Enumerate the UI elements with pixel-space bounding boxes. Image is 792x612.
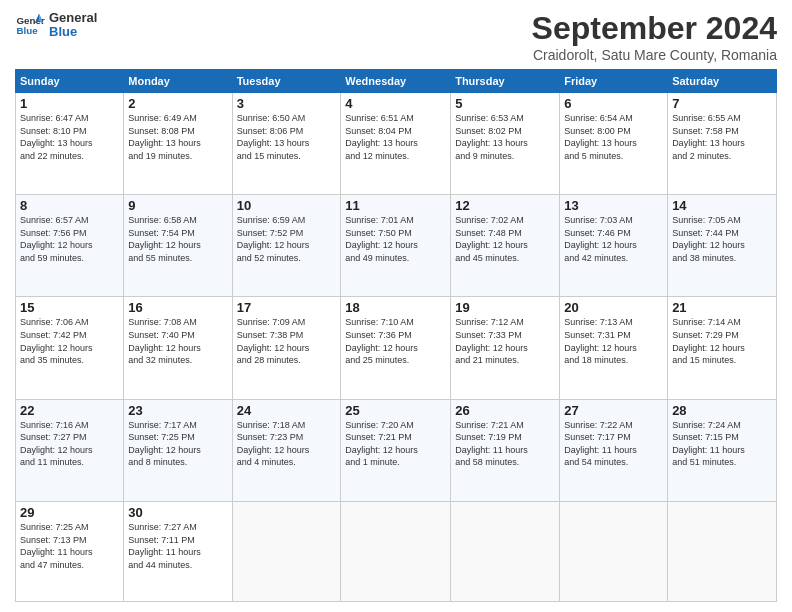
day-info: Sunrise: 7:27 AM Sunset: 7:11 PM Dayligh…	[128, 521, 227, 571]
day-info: Sunrise: 6:55 AM Sunset: 7:58 PM Dayligh…	[672, 112, 772, 162]
day-info: Sunrise: 7:18 AM Sunset: 7:23 PM Dayligh…	[237, 419, 337, 469]
day-number: 1	[20, 96, 119, 111]
day-info: Sunrise: 6:47 AM Sunset: 8:10 PM Dayligh…	[20, 112, 119, 162]
day-info: Sunrise: 6:50 AM Sunset: 8:06 PM Dayligh…	[237, 112, 337, 162]
day-number: 15	[20, 300, 119, 315]
day-info: Sunrise: 7:10 AM Sunset: 7:36 PM Dayligh…	[345, 316, 446, 366]
calendar-table: SundayMondayTuesdayWednesdayThursdayFrid…	[15, 69, 777, 602]
calendar-cell: 30Sunrise: 7:27 AM Sunset: 7:11 PM Dayli…	[124, 501, 232, 601]
calendar-cell: 22Sunrise: 7:16 AM Sunset: 7:27 PM Dayli…	[16, 399, 124, 501]
day-info: Sunrise: 7:16 AM Sunset: 7:27 PM Dayligh…	[20, 419, 119, 469]
calendar-cell: 20Sunrise: 7:13 AM Sunset: 7:31 PM Dayli…	[560, 297, 668, 399]
day-info: Sunrise: 7:01 AM Sunset: 7:50 PM Dayligh…	[345, 214, 446, 264]
calendar-cell: 27Sunrise: 7:22 AM Sunset: 7:17 PM Dayli…	[560, 399, 668, 501]
day-number: 3	[237, 96, 337, 111]
day-number: 10	[237, 198, 337, 213]
calendar-header-row: SundayMondayTuesdayWednesdayThursdayFrid…	[16, 70, 777, 93]
day-number: 9	[128, 198, 227, 213]
logo-blue: Blue	[49, 25, 97, 39]
day-number: 12	[455, 198, 555, 213]
title-block: September 2024 Craidorolt, Satu Mare Cou…	[532, 10, 777, 63]
svg-text:Blue: Blue	[17, 25, 39, 36]
calendar-cell: 24Sunrise: 7:18 AM Sunset: 7:23 PM Dayli…	[232, 399, 341, 501]
calendar-cell: 19Sunrise: 7:12 AM Sunset: 7:33 PM Dayli…	[451, 297, 560, 399]
day-info: Sunrise: 6:53 AM Sunset: 8:02 PM Dayligh…	[455, 112, 555, 162]
logo: General Blue General Blue	[15, 10, 97, 40]
calendar-cell: 10Sunrise: 6:59 AM Sunset: 7:52 PM Dayli…	[232, 195, 341, 297]
day-info: Sunrise: 6:58 AM Sunset: 7:54 PM Dayligh…	[128, 214, 227, 264]
day-number: 19	[455, 300, 555, 315]
page: General Blue General Blue September 2024…	[0, 0, 792, 612]
calendar-cell: 9Sunrise: 6:58 AM Sunset: 7:54 PM Daylig…	[124, 195, 232, 297]
header: General Blue General Blue September 2024…	[15, 10, 777, 63]
calendar-header-wednesday: Wednesday	[341, 70, 451, 93]
calendar-header-saturday: Saturday	[668, 70, 777, 93]
calendar-cell: 6Sunrise: 6:54 AM Sunset: 8:00 PM Daylig…	[560, 93, 668, 195]
day-info: Sunrise: 6:54 AM Sunset: 8:00 PM Dayligh…	[564, 112, 663, 162]
day-number: 17	[237, 300, 337, 315]
day-info: Sunrise: 7:14 AM Sunset: 7:29 PM Dayligh…	[672, 316, 772, 366]
calendar-header-friday: Friday	[560, 70, 668, 93]
day-number: 25	[345, 403, 446, 418]
location-subtitle: Craidorolt, Satu Mare County, Romania	[532, 47, 777, 63]
calendar-cell: 2Sunrise: 6:49 AM Sunset: 8:08 PM Daylig…	[124, 93, 232, 195]
calendar-cell: 16Sunrise: 7:08 AM Sunset: 7:40 PM Dayli…	[124, 297, 232, 399]
day-info: Sunrise: 7:03 AM Sunset: 7:46 PM Dayligh…	[564, 214, 663, 264]
calendar-cell: 13Sunrise: 7:03 AM Sunset: 7:46 PM Dayli…	[560, 195, 668, 297]
calendar-cell	[451, 501, 560, 601]
calendar-cell	[341, 501, 451, 601]
day-number: 2	[128, 96, 227, 111]
logo-icon: General Blue	[15, 10, 45, 40]
day-info: Sunrise: 6:57 AM Sunset: 7:56 PM Dayligh…	[20, 214, 119, 264]
calendar-cell	[668, 501, 777, 601]
day-info: Sunrise: 6:51 AM Sunset: 8:04 PM Dayligh…	[345, 112, 446, 162]
calendar-cell: 14Sunrise: 7:05 AM Sunset: 7:44 PM Dayli…	[668, 195, 777, 297]
day-number: 22	[20, 403, 119, 418]
day-info: Sunrise: 6:59 AM Sunset: 7:52 PM Dayligh…	[237, 214, 337, 264]
calendar-cell: 21Sunrise: 7:14 AM Sunset: 7:29 PM Dayli…	[668, 297, 777, 399]
calendar-cell: 17Sunrise: 7:09 AM Sunset: 7:38 PM Dayli…	[232, 297, 341, 399]
day-info: Sunrise: 7:25 AM Sunset: 7:13 PM Dayligh…	[20, 521, 119, 571]
day-info: Sunrise: 7:05 AM Sunset: 7:44 PM Dayligh…	[672, 214, 772, 264]
day-info: Sunrise: 7:21 AM Sunset: 7:19 PM Dayligh…	[455, 419, 555, 469]
calendar-cell: 12Sunrise: 7:02 AM Sunset: 7:48 PM Dayli…	[451, 195, 560, 297]
day-number: 23	[128, 403, 227, 418]
calendar-cell: 11Sunrise: 7:01 AM Sunset: 7:50 PM Dayli…	[341, 195, 451, 297]
day-number: 6	[564, 96, 663, 111]
calendar-cell: 23Sunrise: 7:17 AM Sunset: 7:25 PM Dayli…	[124, 399, 232, 501]
day-number: 20	[564, 300, 663, 315]
calendar-cell: 25Sunrise: 7:20 AM Sunset: 7:21 PM Dayli…	[341, 399, 451, 501]
day-number: 26	[455, 403, 555, 418]
calendar-cell: 5Sunrise: 6:53 AM Sunset: 8:02 PM Daylig…	[451, 93, 560, 195]
calendar-cell: 28Sunrise: 7:24 AM Sunset: 7:15 PM Dayli…	[668, 399, 777, 501]
calendar-cell: 7Sunrise: 6:55 AM Sunset: 7:58 PM Daylig…	[668, 93, 777, 195]
day-number: 18	[345, 300, 446, 315]
day-info: Sunrise: 7:09 AM Sunset: 7:38 PM Dayligh…	[237, 316, 337, 366]
day-info: Sunrise: 7:22 AM Sunset: 7:17 PM Dayligh…	[564, 419, 663, 469]
calendar-cell: 4Sunrise: 6:51 AM Sunset: 8:04 PM Daylig…	[341, 93, 451, 195]
calendar-header-thursday: Thursday	[451, 70, 560, 93]
day-info: Sunrise: 7:24 AM Sunset: 7:15 PM Dayligh…	[672, 419, 772, 469]
day-number: 24	[237, 403, 337, 418]
day-info: Sunrise: 7:17 AM Sunset: 7:25 PM Dayligh…	[128, 419, 227, 469]
calendar-header-sunday: Sunday	[16, 70, 124, 93]
day-info: Sunrise: 7:12 AM Sunset: 7:33 PM Dayligh…	[455, 316, 555, 366]
calendar-header-tuesday: Tuesday	[232, 70, 341, 93]
calendar-cell	[232, 501, 341, 601]
month-title: September 2024	[532, 10, 777, 47]
day-number: 28	[672, 403, 772, 418]
day-number: 30	[128, 505, 227, 520]
day-info: Sunrise: 7:02 AM Sunset: 7:48 PM Dayligh…	[455, 214, 555, 264]
calendar-header-monday: Monday	[124, 70, 232, 93]
calendar-cell: 1Sunrise: 6:47 AM Sunset: 8:10 PM Daylig…	[16, 93, 124, 195]
day-number: 29	[20, 505, 119, 520]
day-info: Sunrise: 7:13 AM Sunset: 7:31 PM Dayligh…	[564, 316, 663, 366]
day-info: Sunrise: 7:08 AM Sunset: 7:40 PM Dayligh…	[128, 316, 227, 366]
day-number: 14	[672, 198, 772, 213]
day-info: Sunrise: 7:06 AM Sunset: 7:42 PM Dayligh…	[20, 316, 119, 366]
calendar-cell: 15Sunrise: 7:06 AM Sunset: 7:42 PM Dayli…	[16, 297, 124, 399]
day-info: Sunrise: 7:20 AM Sunset: 7:21 PM Dayligh…	[345, 419, 446, 469]
day-number: 11	[345, 198, 446, 213]
calendar-cell	[560, 501, 668, 601]
day-number: 16	[128, 300, 227, 315]
